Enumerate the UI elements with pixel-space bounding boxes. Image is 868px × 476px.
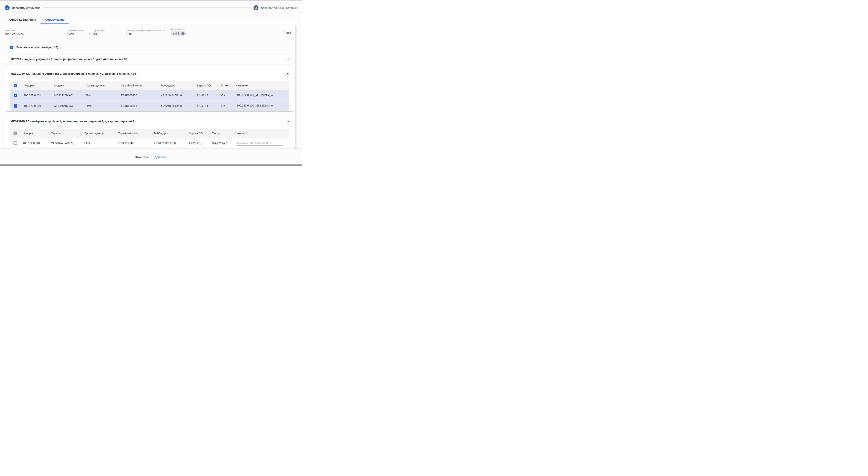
devices-table: ✓ IP-адрес Модель Производитель Серийный… [10, 81, 289, 111]
chevron-down-icon[interactable]: ▼ [88, 33, 90, 35]
step-1-label: Добавить устройства [12, 6, 40, 9]
dialog-footer: Отменить Добавить [0, 150, 302, 164]
cell-status: Существует [210, 141, 233, 145]
table-row[interactable]: ✓ 100.122.0.101 MES2124M AC Eltex ES1D00… [10, 90, 289, 100]
cell-vendor: Eltex [83, 104, 119, 107]
col-vendor: Производитель [82, 132, 116, 135]
row-checkbox[interactable] [13, 141, 17, 145]
snmp-port-input[interactable] [92, 33, 124, 37]
col-mac: MAC-адрес [159, 84, 194, 87]
col-fw: Версия ПО [186, 132, 210, 135]
device-name-input[interactable] [237, 141, 282, 146]
discovery-form: Диапазон* Версия SNMP* ▼ Порт SNMP* Тайм… [5, 27, 294, 37]
cell-vendor: Eltex [83, 94, 119, 97]
col-ip: IP-адрес [21, 132, 49, 135]
group-title: MES2324B AC - найдено устройств 1, зарез… [10, 120, 136, 123]
row-checkbox[interactable]: ✓ [14, 94, 17, 97]
device-name-input[interactable] [237, 93, 283, 98]
add-button[interactable]: Добавить [155, 155, 167, 159]
timeout-field: Тайм-аут обнаружения устройств, мс* [126, 27, 168, 37]
search-button[interactable]: Поиск [283, 31, 291, 34]
cancel-button[interactable]: Отменить [135, 155, 148, 159]
cell-ip: 100.122.0.101 [21, 94, 52, 97]
col-model: Модель [52, 84, 83, 87]
tab-manual-add[interactable]: Ручное добавление [3, 15, 40, 24]
select-all-row: ✓ Выбрать все (всего найдено 15) [10, 45, 58, 49]
vertical-scrollbar[interactable] [295, 26, 297, 149]
cell-fw: 4.0.25.2[1] [186, 141, 210, 145]
cell-serial: ES1D000845 [119, 104, 159, 107]
bottom-edge-strip [0, 164, 302, 166]
col-fw: Версия ПО [194, 84, 219, 87]
table-header-row: IP-адрес Модель Производитель Серийный н… [10, 129, 289, 138]
timeout-label: Тайм-аут обнаружения устройств, мс* [126, 29, 168, 32]
cell-model: MES2124M AC [52, 94, 83, 97]
snmp-version-label: Версия SNMP* [68, 29, 91, 32]
chevron-up-icon [287, 120, 289, 122]
group-card-mes2124m: MES2124M AC - найдено устройств 2, зарез… [5, 66, 294, 111]
community-chip-label: public [173, 32, 180, 35]
group-header-mes2324b[interactable]: MES2324B AC - найдено устройств 1, зарез… [5, 114, 294, 129]
row-checkbox[interactable]: ✓ [14, 104, 17, 108]
group-card-mes2324b: MES2324B AC - найдено устройств 1, зарез… [5, 114, 294, 150]
communities-label: Communities* [170, 28, 278, 30]
wizard-stepper: 1 Добавить устройства 2 Дополнительные н… [5, 3, 298, 13]
step-2-label: Дополнительные настройки [261, 6, 298, 9]
step-2-badge: 2 [253, 5, 258, 10]
cell-status: OK [219, 104, 233, 107]
chevron-up-icon [287, 72, 289, 74]
communities-field[interactable]: Communities* public ✕ [170, 27, 278, 37]
snmp-version-field: Версия SNMP* ▼ [68, 27, 91, 37]
cell-ip: 100.122.0.100 [21, 104, 52, 107]
cell-status: OK [219, 94, 233, 97]
cell-model: MES2324B AC [2] [49, 141, 82, 145]
top-edge-strip [0, 0, 302, 1]
col-mac: MAC-адрес [152, 132, 186, 135]
table-row[interactable]: 100.122.0.110 MES2324B AC [2] Eltex ES32… [10, 138, 289, 148]
community-chip[interactable]: public ✕ [170, 31, 186, 36]
cell-mac: e8:28:c1:3d:3e:80 [152, 141, 186, 145]
cell-mac: a8:f9:4b:8c:53:c0 [159, 94, 194, 97]
add-devices-dialog: 1 Добавить устройства 2 Дополнительные н… [0, 0, 302, 166]
col-name: Название [233, 132, 289, 135]
col-model: Модель [49, 132, 82, 135]
snmp-port-field: Порт SNMP* [92, 27, 124, 37]
col-serial: Серийный номер [119, 84, 159, 87]
timeout-input[interactable] [126, 33, 168, 37]
snmp-port-label: Порт SNMP* [92, 29, 124, 32]
tab-bar: Ручное добавление Обнаружение [3, 15, 69, 24]
cell-serial: ES32016540 [116, 141, 152, 145]
chevron-down-icon [287, 58, 289, 60]
table-row[interactable]: ✓ 100.122.0.100 MES2124M AC Eltex ES1D00… [10, 100, 289, 111]
table-header-row: ✓ IP-адрес Модель Производитель Серийный… [10, 81, 289, 90]
step-1-badge: 1 [5, 5, 10, 10]
cell-serial: ES1D000356 [119, 94, 159, 97]
range-label: Диапазон* [5, 29, 66, 32]
group-select-checkbox[interactable] [13, 131, 17, 135]
cell-fw: 1.1.48.14 [194, 94, 219, 97]
step-1-add-devices[interactable]: 1 Добавить устройства [5, 5, 40, 10]
group-card-me5200: ME5200 - найдено устройств 1, зарезервир… [5, 55, 294, 64]
group-select-checkbox[interactable]: ✓ [14, 84, 17, 87]
group-title: ME5200 - найдено устройств 1, зарезервир… [10, 58, 127, 61]
cell-vendor: Eltex [82, 141, 116, 145]
range-input[interactable] [5, 33, 66, 37]
device-name-input[interactable] [237, 104, 283, 108]
col-name: Название [233, 84, 289, 87]
cell-fw: 1.1.48.14 [194, 104, 219, 107]
range-field: Диапазон* [5, 27, 66, 37]
step-2-additional-settings[interactable]: 2 Дополнительные настройки [253, 5, 298, 10]
select-all-checkbox[interactable]: ✓ [10, 45, 13, 49]
select-all-label: Выбрать все (всего найдено 15) [17, 46, 58, 49]
col-ip: IP-адрес [21, 84, 52, 87]
col-status: Статус [210, 132, 233, 135]
devices-table: IP-адрес Модель Производитель Серийный н… [10, 129, 289, 148]
group-header-mes2124m[interactable]: MES2124M AC - найдено устройств 2, зарез… [5, 66, 294, 81]
cell-mac: a8:f9:4b:8c:ce:00 [159, 104, 194, 107]
discovery-content: Диапазон* Версия SNMP* ▼ Порт SNMP* Тайм… [0, 24, 302, 150]
col-status: Статус [219, 84, 233, 87]
group-header-me5200[interactable]: ME5200 - найдено устройств 1, зарезервир… [5, 55, 294, 64]
tab-discovery[interactable]: Обнаружение [40, 15, 69, 24]
close-icon[interactable]: ✕ [182, 32, 185, 35]
snmp-version-select[interactable] [68, 33, 91, 37]
